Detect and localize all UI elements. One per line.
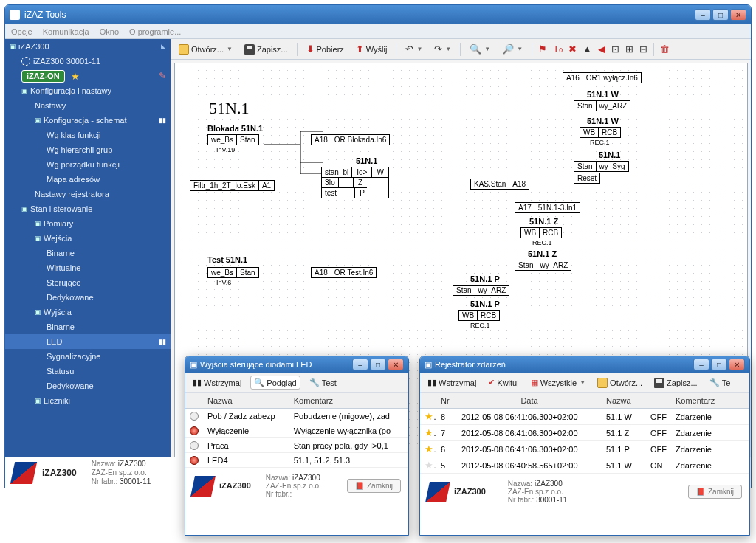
sidebar-item[interactable]: Wg klas funkcji [5, 128, 171, 142]
sidebar-item[interactable]: ▣Liczniki [5, 393, 171, 408]
menu-komunikacja[interactable]: Komunikacja [43, 27, 89, 36]
diagram-node[interactable]: Stanwy_Syg [574, 161, 629, 172]
sidebar-item[interactable]: Sygnalizacyjne [5, 349, 171, 364]
pencil-icon[interactable]: ✎ [159, 71, 166, 81]
sidebar-item[interactable]: Dedykowane [5, 378, 171, 393]
sidebar-group-0[interactable]: ▣Konfiguracja i nastawy [5, 83, 171, 98]
test-button[interactable]: 🔧 Test [306, 376, 340, 389]
sidebar-item[interactable]: Dedykowane [5, 290, 171, 305]
close-button[interactable]: ✕ [730, 9, 746, 21]
rej-titlebar[interactable]: ▣ Rejestrator zdarzeń – □ ✕ [420, 356, 749, 373]
minimize-button[interactable]: – [695, 9, 711, 21]
maximize-button[interactable]: □ [712, 9, 729, 21]
menu-opcje[interactable]: Opcje [11, 27, 32, 36]
diagram-node[interactable]: A18OR Blokada.In6 [311, 134, 390, 145]
undo-button[interactable]: ↶▼ [402, 42, 425, 56]
table-row[interactable]: Pob / Zadz zabezpPobudzenie (migowe), za… [185, 409, 408, 423]
flag-icon[interactable]: ⚑ [538, 44, 547, 55]
sidebar-item[interactable]: Nastawy rejestratora [5, 187, 171, 201]
led-indicator-icon [190, 441, 199, 450]
node1-icon[interactable]: ⊡ [611, 44, 619, 55]
sidebar-item[interactable]: Binarne [5, 319, 171, 334]
diagram-node[interactable]: A1751N.1-3.In1 [515, 202, 580, 213]
diagram-node[interactable]: Filtr_1h_2T_Io.EskA1 [190, 180, 275, 191]
diagram-node[interactable]: Reset [574, 173, 600, 184]
sidebar-device[interactable]: iZAZ300 30001-11 [5, 54, 171, 69]
diagram-node[interactable]: A18OR Test.In6 [311, 267, 377, 278]
table-row[interactable]: ★52012-05-08 06:40:58.565+02:0051.1 WONZ… [420, 457, 749, 474]
table-row[interactable]: PracaStan pracy pola, gdy I>0,1 [185, 438, 408, 453]
sidebar-item[interactable]: Nastawy [5, 98, 171, 113]
save-button[interactable]: Zapisz... [651, 376, 701, 390]
diagram-node[interactable]: WBRCB [458, 310, 500, 321]
upload-button[interactable]: ⬆Wyślij [353, 42, 391, 56]
sidebar-item[interactable]: Mapa adresów [5, 172, 171, 187]
diagram-node[interactable]: we_BsStan [207, 134, 259, 145]
diagram-node[interactable]: Stanwy_ARZ [453, 285, 509, 296]
trash-icon[interactable]: 🗑 [660, 44, 670, 55]
test-button[interactable]: 🔧 Te [707, 376, 734, 389]
minimize-button[interactable]: – [693, 359, 709, 370]
open-button[interactable]: Otwórz...▼ [176, 43, 236, 56]
sidebar-item[interactable]: ▣Wejścia [5, 231, 171, 246]
diagram-node[interactable]: Stanwy_ARZ [574, 100, 630, 111]
sidebar-item[interactable]: ▣Wyjścia [5, 305, 171, 319]
sidebar-item[interactable]: Statusu [5, 364, 171, 378]
redo-button[interactable]: ↷▼ [431, 42, 454, 56]
sidebar-root[interactable]: ▣iZAZ300◣ [5, 39, 171, 54]
table-row[interactable]: LED451.1, 51.2, 51.3 [185, 453, 408, 468]
pause-button[interactable]: ▮▮ Wstrzymaj [190, 376, 244, 389]
pause-icon: ▮▮ [427, 378, 436, 387]
download-button[interactable]: ⬇Pobierz [303, 42, 347, 56]
function-block[interactable]: stan_blIo>W 3IoZ testP [321, 167, 389, 198]
preview-button[interactable]: 🔍 Podgląd [250, 376, 300, 390]
menu-o-programie[interactable]: O programie... [129, 27, 181, 36]
sidebar-item[interactable]: Wg porządku funkcji [5, 157, 171, 172]
pause-button[interactable]: ▮▮ Wstrzymaj [425, 376, 479, 389]
save-button[interactable]: Zapisz... [241, 43, 291, 56]
delete-icon[interactable]: ✖ [568, 44, 577, 55]
table-row[interactable]: WyłączenieWyłączenie wyłącznika (po [185, 423, 408, 438]
cursor2-icon[interactable]: ◀ [598, 44, 605, 55]
text-icon[interactable]: T₀ [553, 44, 563, 55]
table-row[interactable]: ★82012-05-08 06:41:06.300+02:0051.1 WOFF… [420, 409, 749, 425]
sidebar-item-led[interactable]: LED▮▮ [5, 334, 171, 349]
sidebar-item[interactable]: ▣Pomiary [5, 216, 171, 231]
zoom-button[interactable]: 🔍▼ [467, 42, 493, 56]
sidebar-item[interactable]: ▣Konfiguracja - schemat▮▮ [5, 113, 171, 128]
main-titlebar[interactable]: iZAZ Tools – □ ✕ [5, 5, 751, 24]
table-row[interactable]: ★72012-05-08 06:41:06.300+02:0051.1 ZOFF… [420, 425, 749, 441]
cursor-icon[interactable]: ▲ [583, 44, 592, 55]
diagram-node[interactable]: KAS.StanA18 [470, 179, 529, 190]
diagram-node[interactable]: WBRCB [580, 127, 621, 138]
sidebar-status[interactable]: iZAZ-ON ★ ✎ [5, 69, 171, 83]
sidebar-item[interactable]: Wg hierarchii grup [5, 142, 171, 157]
open-button[interactable]: Otwórz... [594, 376, 645, 390]
sidebar-group-1[interactable]: ▣Stan i sterowanie [5, 201, 171, 216]
sidebar-item[interactable]: Wirtualne [5, 260, 171, 275]
table-row[interactable]: ★62012-05-08 06:41:06.300+02:0051.1 POFF… [420, 441, 749, 457]
sidebar-item[interactable]: Binarne [5, 246, 171, 260]
all-button[interactable]: ▦ Wszystkie▼ [528, 376, 588, 389]
close-button[interactable]: ✕ [729, 359, 745, 370]
ack-button[interactable]: ✔ Kwituj [485, 376, 521, 389]
close-window-button[interactable]: 📕Zamknij [688, 485, 742, 499]
led-titlebar[interactable]: ▣ Wyjścia sterujące diodami LED – □ ✕ [185, 356, 408, 373]
diagram-node[interactable]: A16OR1 wyłącz.In6 [563, 72, 642, 83]
pin-icon[interactable]: ◣ [161, 43, 166, 50]
node3-icon[interactable]: ⊟ [639, 44, 647, 55]
minimize-button[interactable]: – [352, 359, 368, 370]
diagram-node[interactable]: Stanwy_ARZ [515, 260, 571, 271]
led-footer: iZAZ300 Nazwa: iZAZ300 ZAZ-En sp.z o.o. … [185, 468, 408, 503]
menu-okno[interactable]: Okno [100, 27, 119, 36]
close-button[interactable]: ✕ [388, 359, 404, 370]
diagram-node[interactable]: we_BsStan [207, 267, 259, 278]
maximize-button[interactable]: □ [370, 359, 386, 370]
node2-icon[interactable]: ⊞ [625, 44, 633, 55]
sidebar-item[interactable]: Sterujące [5, 275, 171, 290]
upload-icon: ⬆ [356, 44, 364, 55]
diagram-node[interactable]: WBRCB [520, 227, 562, 238]
find-button[interactable]: 🔎▼ [499, 42, 526, 56]
close-window-button[interactable]: 📕Zamknij [347, 479, 401, 493]
maximize-button[interactable]: □ [711, 359, 727, 370]
